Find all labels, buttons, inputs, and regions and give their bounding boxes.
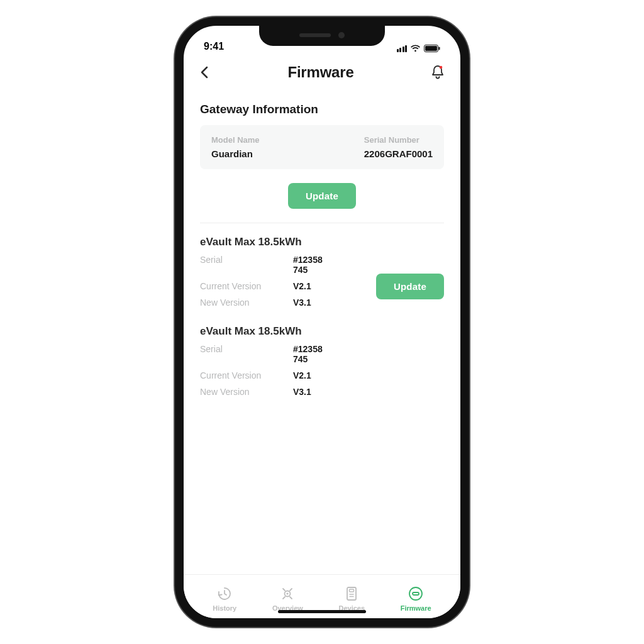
phone-frame: 9:41 Firmware Gateway Information (175, 17, 469, 627)
model-label: Model Name (211, 135, 260, 145)
svg-point-10 (409, 587, 422, 600)
overview-icon (279, 586, 296, 602)
device-block: eVault Max 18.5kWh Serial #12358745 Curr… (200, 236, 444, 308)
page-title: Firmware (287, 64, 353, 81)
svg-rect-11 (413, 592, 419, 595)
device-specs: Serial #12358745 Current Version V2.1 Ne… (200, 344, 444, 397)
serial-value: 2206GRAF0001 (364, 148, 433, 159)
svg-rect-2 (439, 47, 440, 50)
tab-label: History (213, 604, 236, 612)
serial-label: Serial Number (364, 135, 419, 145)
spec-serial-label: Serial (200, 344, 288, 364)
gateway-serial: Serial Number 2206GRAF0001 (364, 135, 433, 159)
signal-icon (397, 45, 408, 52)
tab-firmware[interactable]: Firmware (401, 586, 431, 612)
svg-point-3 (440, 66, 443, 69)
svg-rect-7 (350, 589, 354, 592)
battery-icon (424, 45, 440, 52)
gateway-model: Model Name Guardian (211, 135, 260, 159)
gateway-update-button[interactable]: Update (288, 183, 356, 209)
gateway-heading: Gateway Information (200, 103, 444, 116)
content: Gateway Information Model Name Guardian … (196, 87, 448, 574)
svg-rect-1 (425, 46, 437, 51)
devices-icon (343, 586, 360, 602)
spec-serial-label: Serial (200, 255, 288, 275)
tab-overview[interactable]: Overview (272, 586, 303, 612)
device-title: eVault Max 18.5kWh (200, 236, 444, 248)
svg-point-5 (287, 592, 289, 594)
gateway-info-card: Model Name Guardian Serial Number 2206GR… (200, 125, 444, 169)
spec-new-label: New Version (200, 387, 288, 397)
tab-devices[interactable]: Devices (338, 586, 365, 612)
device-update-button[interactable]: Update (376, 274, 444, 299)
history-icon (216, 586, 233, 602)
home-indicator[interactable] (278, 610, 366, 613)
wifi-icon (410, 45, 421, 52)
nav-header: Firmware (196, 55, 448, 87)
spec-serial-value: #12358745 (293, 255, 444, 275)
phone-notch (259, 25, 385, 46)
model-value: Guardian (211, 148, 260, 159)
gateway-update-row: Update (200, 183, 444, 209)
tab-history[interactable]: History (213, 586, 236, 612)
status-time: 9:41 (204, 41, 224, 52)
notifications-button[interactable] (430, 64, 445, 80)
device-title: eVault Max 18.5kWh (200, 325, 444, 338)
spec-current-label: Current Version (200, 370, 288, 380)
device-block: eVault Max 18.5kWh Serial #12358745 Curr… (200, 325, 444, 397)
spec-current-label: Current Version (200, 281, 288, 291)
tab-label: Firmware (401, 604, 431, 612)
spec-current-value: V2.1 (293, 370, 444, 380)
screen: 9:41 Firmware Gateway Information (184, 26, 460, 618)
back-button[interactable] (199, 65, 211, 80)
spec-new-value: V3.1 (293, 387, 444, 397)
firmware-icon (408, 586, 424, 602)
spec-serial-value: #12358745 (293, 344, 444, 364)
spec-new-label: New Version (200, 297, 288, 308)
status-icons (397, 45, 441, 52)
divider (200, 223, 444, 223)
